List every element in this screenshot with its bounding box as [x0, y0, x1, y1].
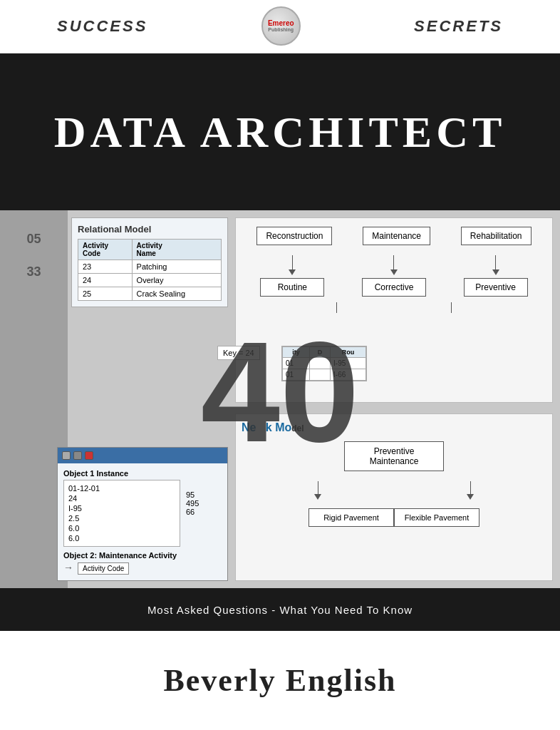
logo-circle: Emereo Publishing — [261, 6, 301, 46]
pm-branches: Rigid Pavement Flexible Pavement — [308, 508, 479, 527]
maintenance-box: Maintenance — [363, 227, 430, 245]
title-area: DATA ARCHITECT — [0, 53, 560, 210]
routine-box: Routine — [260, 278, 324, 297]
flexible-pavement-box: Flexible Pavement — [394, 508, 479, 527]
big-number: 40 — [201, 321, 359, 463]
win-btn-2 — [73, 451, 82, 460]
val-66: 66 — [186, 508, 222, 516]
logo-sub: Publishing — [268, 27, 294, 33]
relational-model-title: Relational Model — [78, 224, 222, 235]
arrow-rigid — [314, 481, 321, 500]
arrow-icon: → — [63, 562, 73, 573]
arrow-maintenance — [390, 255, 398, 275]
success-label: SUCCESS — [57, 17, 147, 36]
collage-area: 05 33 Relational Model ActivityCode Acti… — [0, 210, 560, 588]
win-btn-1 — [62, 451, 71, 460]
val-495: 495 — [186, 499, 222, 508]
num-05: 05 — [26, 232, 41, 247]
corrective-box: Corrective — [362, 278, 426, 297]
subtitle-strip: Most Asked Questions - What You Need To … — [0, 588, 560, 631]
rigid-pavement-box: Rigid Pavement — [308, 508, 394, 527]
author-area: Beverly English — [0, 631, 560, 730]
name-overlay: Overlay — [132, 274, 221, 287]
arrow-activity: → Activity Code — [63, 562, 180, 575]
arrow-rehabilitation — [492, 255, 499, 275]
table-row: 24 Overlay — [78, 274, 222, 287]
col-name: ActivityName — [132, 240, 221, 260]
author-name: Beverly English — [163, 662, 396, 699]
table-row: 23 Patching — [78, 260, 222, 274]
left-col: Object 1 Instance 01-12-01 24 I-95 2.5 6… — [63, 469, 180, 575]
code-24: 24 — [78, 274, 133, 287]
arrow-reconstruction — [289, 255, 296, 275]
code-25: 25 — [78, 287, 133, 301]
list-item: 01-12-01 — [68, 483, 175, 493]
window-inner: Object 1 Instance 01-12-01 24 I-95 2.5 6… — [63, 469, 222, 575]
diagram-bottom-row: Routine Corrective Preventive — [242, 278, 546, 297]
col-code: ActivityCode — [78, 240, 133, 260]
diagram-top-row: Reconstruction Maintenance Rehabilitatio… — [242, 227, 546, 245]
logo-name: Emereo — [268, 19, 294, 27]
relational-table: ActivityCode ActivityName 23 Patching 24… — [78, 239, 222, 301]
secrets-label: SECRETS — [414, 17, 503, 36]
pm-arrows — [242, 480, 546, 500]
reconstruction-box: Reconstruction — [256, 227, 332, 245]
publisher-logo: Emereo Publishing — [261, 6, 301, 47]
win-btn-close — [85, 451, 93, 460]
name-patching: Patching — [132, 260, 221, 274]
activity-box: Activity Code — [78, 562, 129, 575]
arrows-down-row — [242, 254, 546, 275]
rehabilitation-box: Rehabilitation — [461, 227, 532, 245]
val-95: 95 — [186, 490, 222, 499]
table-row: 25 Crack Sealing — [78, 287, 222, 301]
list-item: 2.5 — [68, 513, 175, 523]
window-content: Object 1 Instance 01-12-01 24 I-95 2.5 6… — [58, 463, 227, 580]
data-list: 01-12-01 24 I-95 2.5 6.0 6.0 — [63, 480, 180, 547]
main-title: DATA ARCHITECT — [54, 107, 507, 158]
bottom-arrows — [242, 302, 546, 313]
top-strip: SUCCESS Emereo Publishing SECRETS — [0, 0, 560, 53]
subtitle-text: Most Asked Questions - What You Need To … — [147, 604, 413, 616]
list-item: 6.0 — [68, 523, 175, 533]
preventive-box: Preventive — [464, 278, 528, 297]
list-item: 24 — [68, 493, 175, 503]
relational-model-panel: Relational Model ActivityCode ActivityNa… — [71, 217, 228, 307]
obj2-label: Object 2: Maintenance Activity — [63, 551, 180, 560]
name-crack-sealing: Crack Sealing — [132, 287, 221, 301]
num-33: 33 — [26, 264, 41, 279]
list-item: 6.0 — [68, 533, 175, 543]
right-col: 95 495 66 — [186, 469, 222, 575]
code-23: 23 — [78, 260, 133, 274]
list-item: I-95 — [68, 503, 175, 513]
arrow-flexible — [467, 481, 474, 500]
obj1-label: Object 1 Instance — [63, 469, 180, 478]
